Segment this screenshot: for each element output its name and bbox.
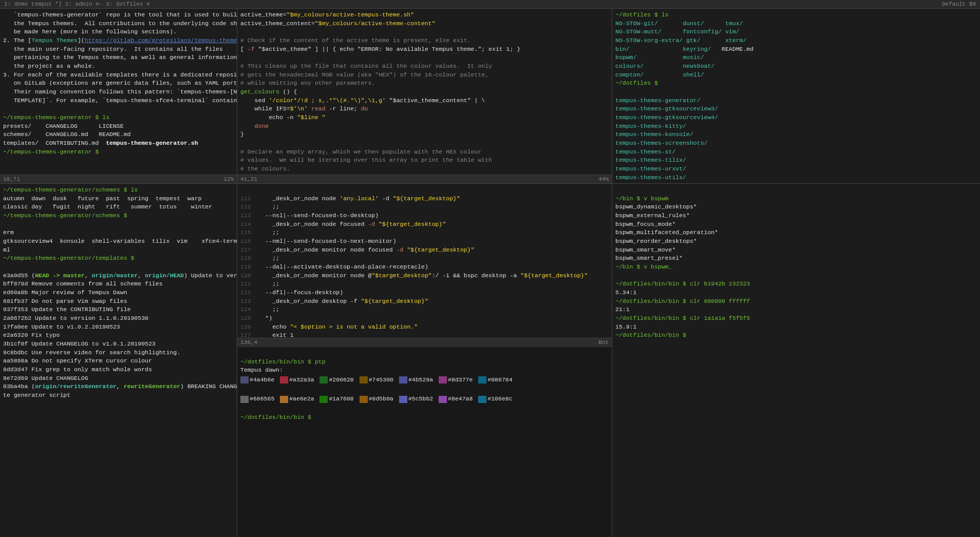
pane2-terminal: ~/dotfiles/bin/bin $ ptp Tempus dawn: #4… (237, 347, 612, 537)
pane2-bottom-status: 136,4 Bot (237, 338, 612, 347)
pane1-bottom: ~/tempus-themes-generator/schemes $ ls a… (0, 184, 237, 537)
pane2-bottom-code: 111 _desk_or_node node 'any.local' -d "$… (237, 184, 612, 338)
pane2-scroll-pct: 44% (598, 176, 609, 182)
pane1-scroll-pct: 11% (223, 176, 234, 182)
pane2-top-status: 41,21 44% (237, 175, 612, 183)
pane1-bottom-content: ~/tempus-themes-generator/schemes $ ls a… (0, 184, 237, 537)
pane2-top-content: active_theme="$my_colours/active-tempus-… (237, 9, 612, 175)
pane3-bottom-content: ~/bin $ v bspwm bspwm_dynamic_desktops* … (612, 184, 980, 537)
pane2-bottom-cursor-pos: 136,4 (240, 339, 257, 346)
top-bar: 1: demo tempus *] 2: admin #- 3: dotfile… (0, 0, 980, 9)
pane2-bottom: 111 _desk_or_node node 'any.local' -d "$… (237, 184, 612, 537)
pane1-top: `tempus-themes-generator` repo is the to… (0, 9, 237, 183)
pane3-top-content: ~/dotfiles $ ls NO-STOW-git/ dunst/ tmux… (612, 9, 980, 183)
pane1-cursor-pos: 10,71 (3, 176, 20, 182)
pane1-top-status: 10,71 11% (0, 175, 237, 183)
pane1-top-content: `tempus-themes-generator` repo is the to… (0, 9, 237, 175)
pane3-bottom: ~/bin $ v bspwm bspwm_dynamic_desktops* … (612, 184, 980, 537)
top-bar-right: Default $0 (942, 1, 976, 7)
pane2-cursor-pos: 41,21 (240, 176, 257, 182)
top-bar-left: 1: demo tempus *] 2: admin #- 3: dotfile… (4, 1, 150, 7)
pane2-bottom-scroll-pct: Bot (598, 339, 609, 346)
pane3-top: ~/dotfiles $ ls NO-STOW-git/ dunst/ tmux… (612, 9, 980, 183)
pane2-top: active_theme="$my_colours/active-tempus-… (237, 9, 612, 183)
